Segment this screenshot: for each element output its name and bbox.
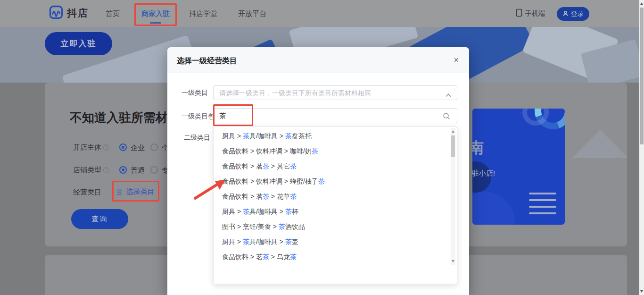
type-radio-special[interactable] — [150, 166, 158, 174]
phone-icon — [516, 8, 522, 18]
search-results-dropdown: 厨具 > 茶具/咖啡具 > 茶盘茶托食品饮料 > 饮料冲调 > 咖啡/奶茶食品饮… — [213, 126, 457, 284]
level1-category-select[interactable]: 请选择一级类目，一级类目下所有类目所需材料相同 — [213, 85, 457, 100]
category-result-item[interactable]: 食品饮料 > 饮料冲调 > 咖啡/奶茶 — [214, 143, 449, 159]
type-radio-normal[interactable] — [119, 166, 127, 174]
level1-category-label: 一级类目 — [182, 89, 208, 97]
scroll-down-icon[interactable] — [452, 260, 454, 262]
level1-contains-label: 一级类目包含 — [182, 112, 213, 121]
category-result-item[interactable]: 厨具 > 茶具/咖啡具 > 茶壶 — [214, 234, 449, 249]
business-category-label: 经营类目 — [73, 188, 101, 197]
entity-radio-enterprise[interactable] — [119, 143, 127, 151]
entity-radio-individual[interactable] — [150, 143, 158, 151]
category-result-item[interactable]: 食品饮料 > 茗茶 > 其它茶 — [214, 159, 449, 174]
nav-item-academy[interactable]: 抖店学堂 — [189, 9, 217, 18]
select-category-link-label: 选择类目 — [126, 187, 155, 196]
search-input-value: 茶 — [219, 112, 226, 120]
category-result-item[interactable]: 厨具 > 茶具/咖啡具 > 茶盘茶托 — [214, 128, 449, 143]
info-icon: ? — [103, 144, 109, 151]
info-icon: ? — [103, 167, 109, 173]
join-now-button[interactable]: 立即入驻 — [45, 32, 112, 55]
category-result-item[interactable]: 食品饮料 > 茗茶 > 乌龙茶 — [214, 249, 449, 264]
category-results: 厨具 > 茶具/咖啡具 > 茶盘茶托食品饮料 > 饮料冲调 > 咖啡/奶茶食品饮… — [214, 128, 449, 264]
chevron-up-icon — [446, 91, 451, 99]
nav-item-merchant-join[interactable]: 商家入驻 — [141, 9, 170, 18]
type-radio-normal-label[interactable]: 普通 — [131, 166, 145, 175]
dropdown-scrollbar[interactable] — [451, 128, 455, 265]
login-button[interactable]: 登录 — [557, 7, 589, 21]
login-button-label: 登录 — [571, 10, 584, 18]
category-search-input[interactable]: 茶 — [213, 108, 457, 123]
list-icon: ☰ — [116, 188, 123, 196]
scroll-down-icon[interactable] — [640, 290, 643, 293]
nav-item-open-platform[interactable]: 开放平台 — [238, 9, 266, 18]
promo-subtitle-fragment: 入驻小店! — [472, 169, 495, 178]
promo-guide-card[interactable]: 南 入驻小店! — [472, 109, 565, 225]
modal-header: 选择一级经营类目 × — [167, 47, 469, 73]
lines-decoration — [529, 193, 556, 214]
entity-radio-enterprise-label[interactable]: 企业 — [131, 143, 145, 152]
category-result-item[interactable]: 食品饮料 > 茗茶 > 花草茶 — [214, 189, 449, 204]
select-category-link[interactable]: ☰ 选择类目 — [116, 187, 155, 196]
mobile-link[interactable]: 手机端 — [516, 8, 545, 18]
page-scrollbar[interactable] — [639, 0, 644, 295]
query-button[interactable]: 查询 — [71, 209, 128, 229]
category-select-modal: 选择一级经营类目 × 一级类目 请选择一级类目，一级类目下所有类目所需材料相同 … — [167, 47, 469, 295]
category-result-item[interactable]: 厨具 > 茶具/咖啡具 > 茶杯 — [214, 204, 449, 219]
level1-select-placeholder: 请选择一级类目，一级类目下所有类目所需材料相同 — [219, 89, 371, 98]
user-icon — [562, 10, 569, 18]
brand-logo[interactable]: 抖店 — [49, 5, 89, 21]
promo-title-fragment: 南 — [472, 138, 484, 159]
level2-category-label: 二级类目 — [184, 134, 210, 142]
category-result-item[interactable]: 食品饮料 > 饮料冲调 > 蜂蜜/柚子茶 — [214, 174, 449, 189]
nav-item-home[interactable]: 首页 — [106, 9, 120, 18]
dropdown-scrollbar-thumb[interactable] — [451, 135, 455, 157]
text-caret — [227, 112, 227, 120]
scroll-up-icon[interactable] — [452, 130, 454, 133]
close-icon[interactable]: × — [454, 55, 459, 65]
page-scrollbar-thumb[interactable] — [640, 8, 644, 144]
douyin-store-logo-icon — [49, 5, 63, 21]
query-panel-title: 不知道入驻所需材料 — [70, 110, 167, 126]
circle-decoration — [472, 192, 515, 225]
store-entity-label: 开店主体? — [73, 143, 109, 152]
modal-title: 选择一级经营类目 — [177, 56, 237, 66]
top-nav: 抖店 首页 商家入驻 抖店学堂 开放平台 手机端 登录 — [0, 0, 639, 27]
mobile-link-label: 手机端 — [525, 9, 545, 18]
store-type-label: 店铺类型? — [73, 166, 109, 175]
category-result-item[interactable]: 图书 > 烹饪/美食 > 茶酒饮品 — [214, 219, 449, 234]
scroll-up-icon[interactable] — [640, 2, 643, 5]
brand-name: 抖店 — [67, 7, 89, 20]
background-triangle-decoration — [572, 130, 627, 158]
search-icon — [443, 112, 450, 122]
